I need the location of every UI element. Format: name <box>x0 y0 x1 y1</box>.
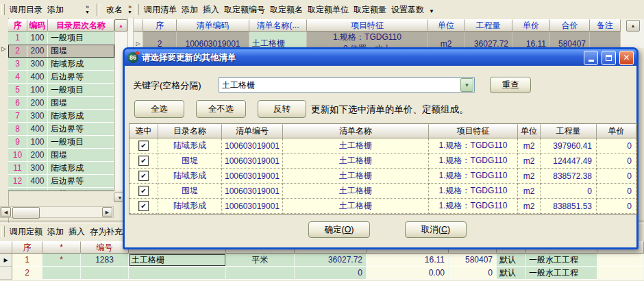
menu-insert[interactable]: 插入 <box>203 4 219 16</box>
cell-list-name[interactable]: 土工格栅 <box>283 154 429 169</box>
cell-total[interactable]: 580407 <box>449 254 497 267</box>
dialog-table-row[interactable]: ✔ 陆域形成 100603019001 土工格栅 1.规格：TGDG110 m2… <box>129 169 636 184</box>
row-checkbox[interactable]: ✔ <box>138 140 149 151</box>
cell-dir-name[interactable]: 陆域形成 <box>158 199 222 214</box>
cell-feature[interactable]: 1.规格：TGDG110 <box>429 199 518 214</box>
cell-list-name[interactable]: 土工格栅 <box>283 184 429 199</box>
cell-fee[interactable]: 默认 <box>497 267 526 280</box>
cell-fee[interactable]: 默认 <box>497 254 526 267</box>
menu-take-quota-name[interactable]: 取定额名 <box>270 4 303 16</box>
menu-take-quota-code[interactable]: 取定额编号 <box>224 4 265 16</box>
cell-list-code[interactable]: 100603019001 <box>222 184 283 199</box>
scroll-up-icon[interactable]: ▲ <box>114 19 127 32</box>
cell-feature[interactable]: 1.规格：TGDG110 <box>429 138 518 154</box>
cell-feature[interactable]: 1.规格：TGDG110 <box>429 184 518 199</box>
overflow-chevron-icon[interactable]: »▼ <box>85 4 90 15</box>
cell-qty[interactable]: 397960.41 <box>541 138 597 154</box>
select-none-button[interactable]: 全不选 <box>196 100 246 118</box>
cell-list-name[interactable]: 土工格栅 <box>283 199 429 214</box>
cell-price[interactable]: 0 <box>597 199 636 214</box>
cell-qty[interactable]: 36027.72 <box>295 254 367 267</box>
cell-unit[interactable]: m2 <box>518 138 541 154</box>
row-checkbox[interactable]: ✔ <box>138 156 149 166</box>
keyword-value[interactable]: 土工格栅 <box>219 80 460 91</box>
table-row[interactable]: 11300陆域形成 <box>8 162 114 175</box>
cell-list-name[interactable]: 土工格栅 <box>283 169 429 184</box>
cell-category[interactable]: 一般水工工程 <box>526 254 597 267</box>
row-checkbox[interactable]: ✔ <box>138 186 149 196</box>
dialog-table-row[interactable]: ✔ 陆域形成 100603019001 土工格栅 1.规格：TGDG110 m2… <box>129 199 636 214</box>
cell-dir-name[interactable]: 陆域形成 <box>158 169 222 184</box>
close-button[interactable]: ✕ <box>619 51 634 65</box>
toolbar-dropdown-icon[interactable]: ▼ <box>429 8 434 14</box>
cell-list-name[interactable]: 土工格栅 <box>283 138 429 154</box>
menu-call-list[interactable]: 调用清单 <box>144 4 177 16</box>
minimize-button[interactable] <box>584 51 598 65</box>
scroll-left-icon[interactable]: ◀ <box>1 207 11 217</box>
cell-feature[interactable]: 1.规格：TGDG110 <box>429 154 518 169</box>
cell-dir-name[interactable]: 围堤 <box>158 184 222 199</box>
table-row[interactable]: 12400后边界等 <box>8 175 114 188</box>
cell-price[interactable]: 0 <box>597 138 636 154</box>
cell-seq[interactable]: 1 <box>12 254 42 267</box>
cancel-button[interactable]: 取消(C) <box>405 221 467 238</box>
cell-unit[interactable]: m2 <box>518 169 541 184</box>
menu-insert[interactable]: 插入 <box>69 226 85 238</box>
table-row[interactable]: 10200围堤 <box>8 149 114 162</box>
dialog-table-row[interactable]: ✔ 陆域形成 100603019001 土工格栅 1.规格：TGDG110 m2… <box>129 138 636 154</box>
table-row[interactable]: 6200围堤 <box>8 97 114 110</box>
toolbar-grip[interactable] <box>1 226 5 237</box>
dialog-table-row[interactable]: ✔ 围堤 100603019001 土工格栅 1.规格：TGDG110 m2 1… <box>129 154 636 169</box>
cell-unit[interactable]: m2 <box>518 199 541 214</box>
cell-list-code[interactable]: 100603019001 <box>222 154 283 169</box>
cell-price[interactable]: 0 <box>597 169 636 184</box>
cell-list-code[interactable]: 100603019001 <box>222 169 283 184</box>
table-row[interactable]: 3300陆域形成 <box>8 58 114 71</box>
table-row[interactable]: 7300陆域形成 <box>8 110 114 123</box>
maximize-button[interactable] <box>602 51 616 65</box>
cell-category[interactable]: 一般水工工程 <box>526 267 597 280</box>
menu-save-supplement[interactable]: 存为补充 <box>90 226 123 238</box>
menu-take-quota-qty[interactable]: 取定额量 <box>354 4 386 16</box>
table-row[interactable]: 9100一般项目 <box>8 136 114 149</box>
quota-table-row[interactable]: 2 0 0.00 0 默认 一般水工工程 <box>0 267 644 280</box>
menu-rename[interactable]: 改名 <box>106 4 123 16</box>
cell-unit[interactable]: m2 <box>518 154 541 169</box>
scroll-right-icon[interactable]: ▶ <box>102 207 112 217</box>
invert-selection-button[interactable]: 反转 <box>258 100 306 118</box>
cell-unit[interactable]: m2 <box>518 184 541 199</box>
cell-unit[interactable]: 平米 <box>226 254 295 267</box>
cell-unit[interactable] <box>226 267 295 280</box>
cell-qty[interactable]: 0 <box>541 184 597 199</box>
cell-feature[interactable]: 1.规格：TGDG110 <box>429 169 518 184</box>
overflow-chevron-icon[interactable]: »▼ <box>127 4 132 15</box>
cell-qty[interactable]: 0 <box>295 267 367 280</box>
keyword-combobox[interactable]: 土工格栅 ▼ <box>219 77 475 93</box>
cell-code[interactable]: 1283 <box>81 254 129 267</box>
table-row[interactable]: 5100一般项目 <box>8 84 114 97</box>
cell-extra[interactable] <box>597 267 644 280</box>
hscroll-thumb[interactable] <box>12 207 40 219</box>
toolbar-grip[interactable] <box>1 4 5 15</box>
cell-qty[interactable]: 838851.53 <box>541 199 597 214</box>
cell-dir-name[interactable]: 陆域形成 <box>158 138 222 154</box>
cell-price[interactable]: 0.00 <box>367 267 449 280</box>
toolbar-grip[interactable] <box>136 4 139 15</box>
menu-call-quota[interactable]: 调用定额 <box>10 226 42 238</box>
combo-dropdown-icon[interactable]: ▼ <box>460 78 473 92</box>
cell-total[interactable]: 0 <box>449 267 497 280</box>
table-row[interactable]: 4400后边界等 <box>8 71 114 84</box>
menu-call-catalog[interactable]: 调用目录 <box>10 4 42 16</box>
cell-list-code[interactable]: 100603019001 <box>222 199 283 214</box>
menu-add-catalog[interactable]: 添加 <box>47 4 64 16</box>
cell-star[interactable]: * <box>42 254 81 267</box>
cell-code[interactable] <box>81 267 129 280</box>
dialog-table-row[interactable]: ✔ 围堤 100603019001 土工格栅 1.规格：TGDG110 m2 0… <box>129 184 636 199</box>
table-row[interactable]: 13100一般项目 <box>8 188 114 191</box>
cell-price[interactable]: 16.11 <box>367 254 449 267</box>
table-row[interactable]: 8400后边界等 <box>8 123 114 136</box>
dialog-title-bar[interactable]: 86 请选择要更新的其他清单 ✕ <box>125 49 636 66</box>
scroll-up-icon[interactable]: ▲ <box>626 20 640 32</box>
cell-price[interactable]: 0 <box>597 154 636 169</box>
row-checkbox[interactable]: ✔ <box>138 171 149 181</box>
